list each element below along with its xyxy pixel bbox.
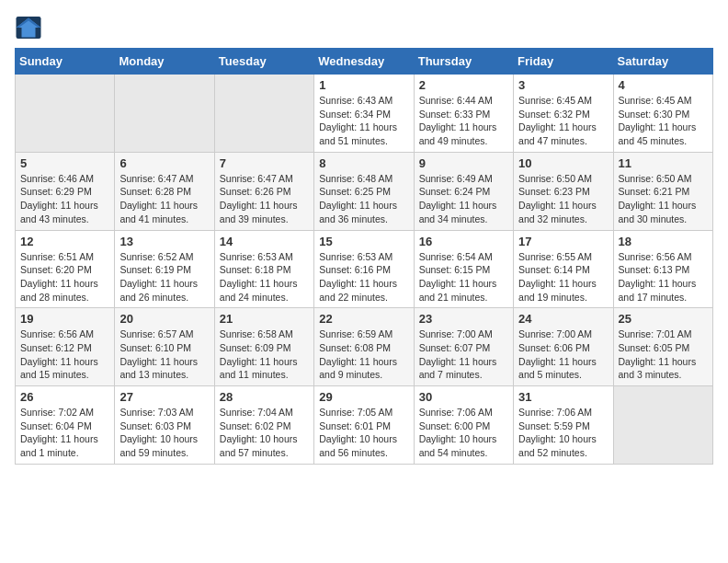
calendar-cell: 21Sunrise: 6:58 AM Sunset: 6:09 PM Dayli… xyxy=(214,308,313,386)
day-number: 22 xyxy=(319,312,408,326)
calendar-cell: 18Sunrise: 6:56 AM Sunset: 6:13 PM Dayli… xyxy=(613,230,712,308)
day-info: Sunrise: 6:51 AM Sunset: 6:20 PM Dayligh… xyxy=(20,250,109,304)
day-number: 15 xyxy=(319,235,408,248)
calendar-cell: 13Sunrise: 6:52 AM Sunset: 6:19 PM Dayli… xyxy=(115,230,214,308)
weekday-header-monday: Monday xyxy=(115,49,214,75)
calendar-cell: 25Sunrise: 7:01 AM Sunset: 6:05 PM Dayli… xyxy=(613,308,712,386)
calendar-cell: 12Sunrise: 6:51 AM Sunset: 6:20 PM Dayli… xyxy=(16,230,115,308)
day-number: 12 xyxy=(20,235,109,248)
calendar-cell xyxy=(115,75,214,153)
calendar-cell: 9Sunrise: 6:49 AM Sunset: 6:24 PM Daylig… xyxy=(414,152,513,230)
calendar-week-row: 1Sunrise: 6:43 AM Sunset: 6:34 PM Daylig… xyxy=(16,75,713,153)
calendar-week-row: 19Sunrise: 6:56 AM Sunset: 6:12 PM Dayli… xyxy=(16,308,713,386)
day-info: Sunrise: 6:52 AM Sunset: 6:19 PM Dayligh… xyxy=(119,250,209,304)
calendar-cell: 28Sunrise: 7:04 AM Sunset: 6:02 PM Dayli… xyxy=(214,386,313,465)
day-number: 27 xyxy=(119,390,209,404)
day-info: Sunrise: 6:53 AM Sunset: 6:18 PM Dayligh… xyxy=(220,250,309,304)
day-info: Sunrise: 7:00 AM Sunset: 6:07 PM Dayligh… xyxy=(419,327,508,382)
calendar-cell: 7Sunrise: 6:47 AM Sunset: 6:26 PM Daylig… xyxy=(214,152,313,230)
calendar-cell: 20Sunrise: 6:57 AM Sunset: 6:10 PM Dayli… xyxy=(115,308,214,386)
day-number: 2 xyxy=(419,78,508,92)
calendar-cell xyxy=(613,386,712,465)
day-info: Sunrise: 6:44 AM Sunset: 6:33 PM Dayligh… xyxy=(419,94,508,148)
day-number: 8 xyxy=(319,156,408,170)
calendar-cell xyxy=(16,75,115,153)
day-number: 9 xyxy=(419,156,508,170)
day-info: Sunrise: 7:00 AM Sunset: 6:06 PM Dayligh… xyxy=(518,327,608,382)
day-number: 13 xyxy=(119,235,209,248)
calendar-cell: 15Sunrise: 6:53 AM Sunset: 6:16 PM Dayli… xyxy=(314,230,414,308)
day-number: 23 xyxy=(419,312,508,326)
day-info: Sunrise: 7:06 AM Sunset: 5:59 PM Dayligh… xyxy=(518,406,608,460)
day-number: 28 xyxy=(220,390,309,404)
page-header xyxy=(15,15,713,40)
weekday-header-sunday: Sunday xyxy=(16,49,115,75)
calendar-table: SundayMondayTuesdayWednesdayThursdayFrid… xyxy=(15,48,713,465)
calendar-cell: 16Sunrise: 6:54 AM Sunset: 6:15 PM Dayli… xyxy=(414,230,513,308)
day-number: 16 xyxy=(419,235,508,248)
calendar-cell: 22Sunrise: 6:59 AM Sunset: 6:08 PM Dayli… xyxy=(314,308,414,386)
day-number: 4 xyxy=(619,78,708,92)
calendar-cell: 11Sunrise: 6:50 AM Sunset: 6:21 PM Dayli… xyxy=(613,152,712,230)
day-info: Sunrise: 7:06 AM Sunset: 6:00 PM Dayligh… xyxy=(419,406,508,460)
day-info: Sunrise: 7:04 AM Sunset: 6:02 PM Dayligh… xyxy=(220,406,309,460)
day-number: 14 xyxy=(220,235,309,248)
calendar-cell: 17Sunrise: 6:55 AM Sunset: 6:14 PM Dayli… xyxy=(514,230,613,308)
calendar-cell: 27Sunrise: 7:03 AM Sunset: 6:03 PM Dayli… xyxy=(115,386,214,465)
calendar-cell: 29Sunrise: 7:05 AM Sunset: 6:01 PM Dayli… xyxy=(314,386,414,465)
day-number: 7 xyxy=(220,156,309,170)
day-info: Sunrise: 6:45 AM Sunset: 6:32 PM Dayligh… xyxy=(518,94,608,148)
day-info: Sunrise: 6:55 AM Sunset: 6:14 PM Dayligh… xyxy=(518,250,608,304)
day-number: 20 xyxy=(119,312,209,326)
calendar-cell: 19Sunrise: 6:56 AM Sunset: 6:12 PM Dayli… xyxy=(16,308,115,386)
day-number: 19 xyxy=(20,312,109,326)
day-number: 18 xyxy=(619,235,708,248)
day-number: 5 xyxy=(20,156,109,170)
day-number: 29 xyxy=(319,390,408,404)
day-info: Sunrise: 6:46 AM Sunset: 6:29 PM Dayligh… xyxy=(20,172,109,226)
calendar-cell: 23Sunrise: 7:00 AM Sunset: 6:07 PM Dayli… xyxy=(414,308,513,386)
day-info: Sunrise: 6:47 AM Sunset: 6:26 PM Dayligh… xyxy=(220,172,309,226)
calendar-cell: 1Sunrise: 6:43 AM Sunset: 6:34 PM Daylig… xyxy=(314,75,414,153)
day-info: Sunrise: 6:56 AM Sunset: 6:13 PM Dayligh… xyxy=(619,250,708,304)
day-info: Sunrise: 6:48 AM Sunset: 6:25 PM Dayligh… xyxy=(319,172,408,226)
logo xyxy=(15,15,44,40)
weekday-header-friday: Friday xyxy=(514,49,613,75)
calendar-cell: 2Sunrise: 6:44 AM Sunset: 6:33 PM Daylig… xyxy=(414,75,513,153)
weekday-header-wednesday: Wednesday xyxy=(314,49,414,75)
day-info: Sunrise: 6:58 AM Sunset: 6:09 PM Dayligh… xyxy=(220,327,309,382)
calendar-header-row: SundayMondayTuesdayWednesdayThursdayFrid… xyxy=(16,49,713,75)
day-info: Sunrise: 6:50 AM Sunset: 6:23 PM Dayligh… xyxy=(518,172,608,226)
day-info: Sunrise: 6:57 AM Sunset: 6:10 PM Dayligh… xyxy=(119,327,209,382)
calendar-cell: 24Sunrise: 7:00 AM Sunset: 6:06 PM Dayli… xyxy=(514,308,613,386)
day-info: Sunrise: 6:59 AM Sunset: 6:08 PM Dayligh… xyxy=(319,327,408,382)
calendar-cell: 3Sunrise: 6:45 AM Sunset: 6:32 PM Daylig… xyxy=(514,75,613,153)
day-number: 26 xyxy=(20,390,109,404)
day-number: 1 xyxy=(319,78,408,92)
logo-icon xyxy=(15,15,42,40)
day-number: 3 xyxy=(518,78,608,92)
calendar-cell: 14Sunrise: 6:53 AM Sunset: 6:18 PM Dayli… xyxy=(214,230,313,308)
day-info: Sunrise: 6:43 AM Sunset: 6:34 PM Dayligh… xyxy=(319,94,408,148)
day-number: 25 xyxy=(619,312,708,326)
weekday-header-saturday: Saturday xyxy=(613,49,712,75)
day-number: 31 xyxy=(518,390,608,404)
day-info: Sunrise: 6:53 AM Sunset: 6:16 PM Dayligh… xyxy=(319,250,408,304)
day-number: 17 xyxy=(518,235,608,248)
calendar-cell: 8Sunrise: 6:48 AM Sunset: 6:25 PM Daylig… xyxy=(314,152,414,230)
calendar-cell xyxy=(214,75,313,153)
day-number: 10 xyxy=(518,156,608,170)
calendar-cell: 31Sunrise: 7:06 AM Sunset: 5:59 PM Dayli… xyxy=(514,386,613,465)
day-number: 11 xyxy=(619,156,708,170)
day-info: Sunrise: 6:50 AM Sunset: 6:21 PM Dayligh… xyxy=(619,172,708,226)
calendar-cell: 6Sunrise: 6:47 AM Sunset: 6:28 PM Daylig… xyxy=(115,152,214,230)
day-number: 30 xyxy=(419,390,508,404)
calendar-cell: 10Sunrise: 6:50 AM Sunset: 6:23 PM Dayli… xyxy=(514,152,613,230)
day-info: Sunrise: 7:02 AM Sunset: 6:04 PM Dayligh… xyxy=(20,406,109,460)
day-info: Sunrise: 6:49 AM Sunset: 6:24 PM Dayligh… xyxy=(419,172,508,226)
calendar-cell: 4Sunrise: 6:45 AM Sunset: 6:30 PM Daylig… xyxy=(613,75,712,153)
calendar-cell: 26Sunrise: 7:02 AM Sunset: 6:04 PM Dayli… xyxy=(16,386,115,465)
day-info: Sunrise: 6:45 AM Sunset: 6:30 PM Dayligh… xyxy=(619,94,708,148)
calendar-week-row: 12Sunrise: 6:51 AM Sunset: 6:20 PM Dayli… xyxy=(16,230,713,308)
calendar-week-row: 5Sunrise: 6:46 AM Sunset: 6:29 PM Daylig… xyxy=(16,152,713,230)
